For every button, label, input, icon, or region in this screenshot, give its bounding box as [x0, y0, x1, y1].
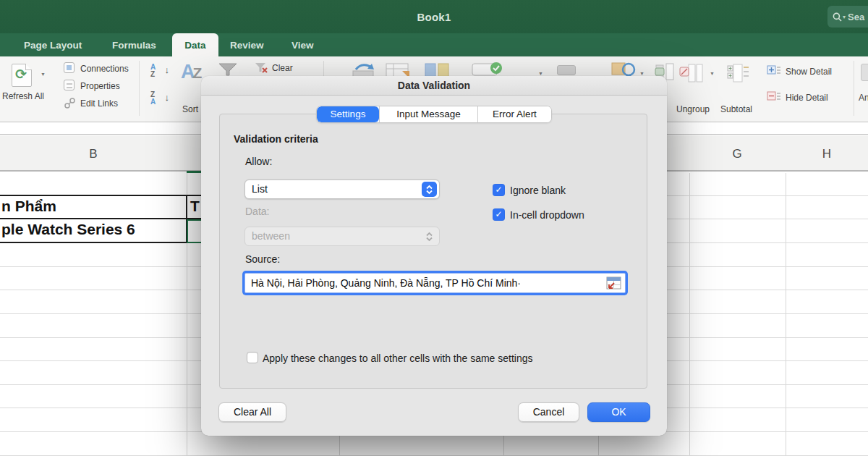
what-if-caret[interactable]: ▼	[639, 71, 644, 76]
cell-city-header[interactable]: T	[190, 198, 200, 215]
hide-detail-label[interactable]: Hide Detail	[786, 93, 828, 103]
ribbon-tab-bar: Page Layout Formulas Data Review View	[0, 33, 868, 56]
filter-icon[interactable]	[218, 62, 238, 77]
search-input[interactable]: ▾ Sea	[827, 6, 868, 28]
analyze-data-icon[interactable]	[861, 64, 868, 81]
gridline	[689, 173, 690, 456]
sort-label[interactable]: Sort	[182, 104, 198, 114]
sort-ascending-icon[interactable]: AZ↓	[150, 64, 169, 83]
search-icon	[833, 12, 842, 22]
source-label: Source:	[245, 253, 280, 265]
data-validation-icon[interactable]	[472, 61, 503, 77]
tab-settings[interactable]: Settings	[317, 106, 379, 122]
clear-filter-icon[interactable]	[255, 62, 269, 75]
ignore-blank-checkbox[interactable]: ✓	[493, 184, 505, 196]
dialog-tab-bar: Settings Input Message Error Alert	[316, 106, 552, 123]
ignore-blank-label[interactable]: Ignore blank	[510, 185, 566, 196]
properties-icon[interactable]	[64, 80, 75, 90]
tab-review[interactable]: Review	[230, 33, 264, 56]
column-header-g[interactable]: G	[723, 135, 752, 172]
ungroup-caret[interactable]: ▼	[710, 71, 715, 76]
properties-label[interactable]: Properties	[80, 81, 120, 91]
excel-window: Book1 ▾ Sea Page Layout Formulas Data Re…	[0, 0, 868, 456]
chevron-down-icon: ▾	[843, 14, 846, 20]
validation-criteria-heading: Validation criteria	[234, 133, 318, 145]
apply-changes-checkbox[interactable]	[247, 352, 258, 363]
chevron-updown-icon	[422, 229, 437, 244]
edit-links-icon[interactable]	[64, 97, 76, 109]
tab-error-alert[interactable]: Error Alert	[477, 106, 551, 122]
ribbon-separator	[854, 61, 854, 116]
dialog-title: Data Validation	[201, 76, 667, 96]
table-border	[0, 242, 204, 243]
sort-descending-icon[interactable]: ZA↓	[150, 91, 169, 110]
ok-button[interactable]: OK	[587, 402, 650, 422]
ungroup-label[interactable]: Ungroup	[676, 104, 710, 114]
refresh-all-dropdown-caret[interactable]: ▼	[41, 72, 46, 77]
show-detail-icon[interactable]	[767, 65, 781, 77]
table-border	[0, 195, 204, 196]
gridline	[786, 173, 786, 456]
incell-dropdown-label[interactable]: In-cell dropdown	[510, 209, 584, 221]
analyze-data-label[interactable]: An	[859, 93, 868, 103]
titlebar: Book1 ▾ Sea	[0, 0, 868, 33]
clear-all-button[interactable]: Clear All	[218, 402, 286, 422]
column-header-h[interactable]: H	[812, 135, 841, 172]
cancel-button[interactable]: Cancel	[518, 402, 579, 422]
tab-formulas[interactable]: Formulas	[112, 33, 156, 56]
tab-data[interactable]: Data	[172, 33, 218, 56]
apply-changes-label[interactable]: Apply these changes to all other cells w…	[263, 352, 533, 364]
dialog-panel: Validation criteria Allow: List ✓ Ignore…	[219, 114, 647, 389]
table-border	[0, 218, 204, 219]
connections-label[interactable]: Connections	[80, 64, 129, 74]
incell-dropdown-checkbox[interactable]: ✓	[493, 208, 505, 221]
cell-product-item[interactable]: ple Watch Series 6	[1, 221, 135, 238]
allow-label: Allow:	[245, 156, 272, 167]
range-selector-icon[interactable]	[606, 276, 621, 290]
data-dropdown: between	[244, 227, 440, 246]
data-validation-dialog: Data Validation Validation criteria Allo…	[201, 76, 667, 436]
tab-input-message[interactable]: Input Message	[379, 106, 477, 122]
tab-page-layout[interactable]: Page Layout	[24, 33, 82, 56]
subtotal-label[interactable]: Subtotal	[720, 104, 752, 114]
hide-detail-icon[interactable]	[767, 91, 781, 103]
sort-icon[interactable]: AZ	[181, 61, 202, 83]
column-header-b[interactable]: B	[79, 135, 108, 172]
search-label: Sea	[848, 12, 864, 22]
subtotal-icon[interactable]	[726, 63, 751, 83]
tab-view[interactable]: View	[292, 33, 314, 56]
workbook-title: Book1	[0, 0, 868, 33]
connections-icon[interactable]	[64, 62, 75, 73]
dialog-titlebar[interactable]: Data Validation	[201, 76, 667, 96]
chevron-updown-icon	[422, 182, 437, 197]
consolidate-icon[interactable]	[557, 65, 576, 75]
edit-links-label[interactable]: Edit Links	[80, 98, 118, 109]
refresh-all-icon[interactable]: ⟳	[12, 64, 32, 87]
data-label: Data:	[245, 206, 269, 217]
ribbon-separator	[139, 61, 140, 116]
data-validation-caret[interactable]: ▼	[538, 71, 543, 76]
refresh-all-label[interactable]: Refresh All	[1, 91, 46, 101]
allow-dropdown[interactable]: List	[244, 180, 440, 199]
clear-filter-label[interactable]: Clear	[272, 63, 293, 73]
what-if-analysis-icon[interactable]	[611, 61, 636, 77]
cell-product-header[interactable]: n Phẩm	[1, 198, 56, 215]
show-detail-label[interactable]: Show Detail	[786, 67, 832, 77]
source-input[interactable]: Hà Nội, Hải Phòng, Quảng Ninh, Đà Nẵng, …	[244, 273, 626, 293]
ungroup-icon[interactable]	[678, 63, 703, 83]
